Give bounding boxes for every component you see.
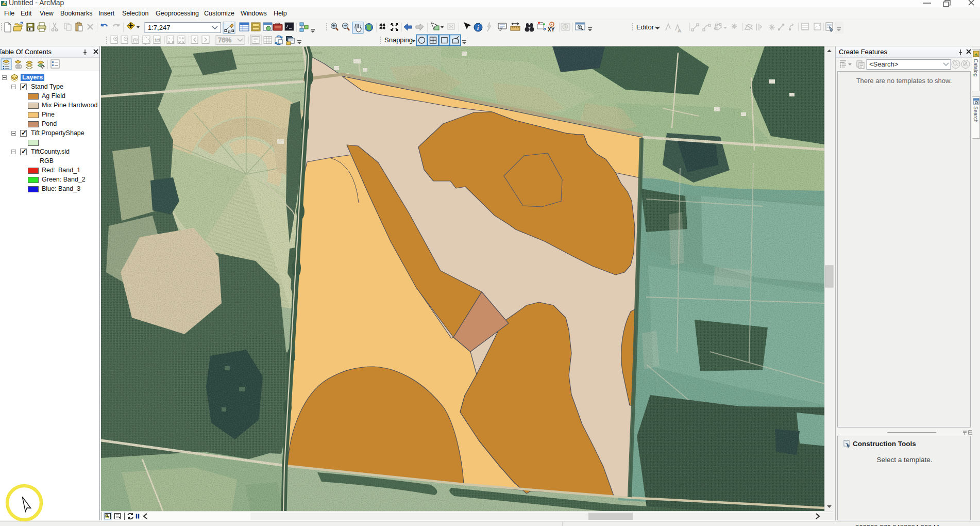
svg-text:1:7,247: 1:7,247: [148, 24, 170, 31]
svg-text:XY: XY: [548, 27, 555, 32]
svg-text:Snapping: Snapping: [384, 36, 413, 44]
svg-text:A: A: [678, 28, 681, 33]
svg-text:Editor: Editor: [636, 23, 654, 31]
svg-text:1:1: 1:1: [155, 38, 161, 42]
svg-text:<Search>: <Search>: [869, 60, 898, 68]
svg-text:76%: 76%: [218, 36, 231, 44]
